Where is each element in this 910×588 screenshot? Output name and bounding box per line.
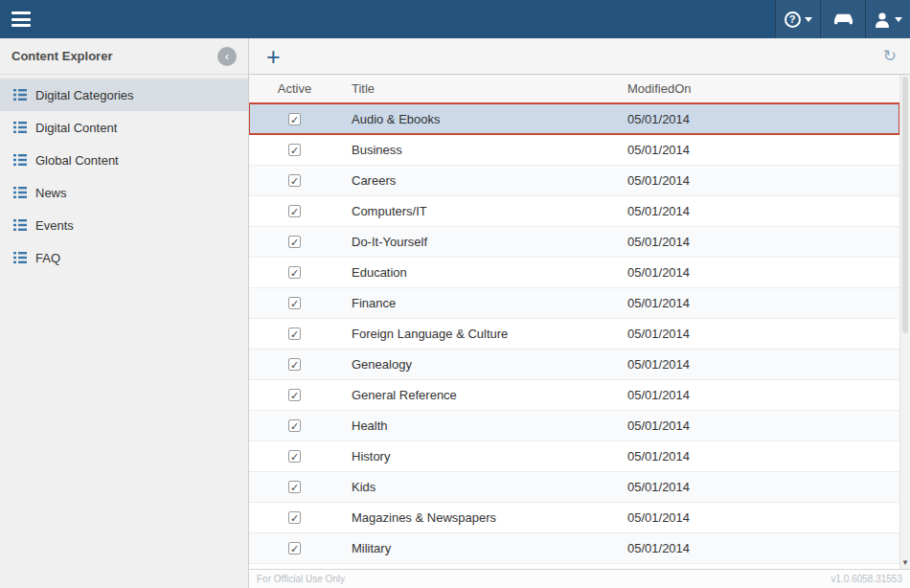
- row-modified-on: 05/01/2014: [627, 257, 899, 287]
- list-icon: [13, 252, 27, 263]
- grid-toolbar: + ↻: [249, 38, 910, 75]
- list-icon: [13, 219, 27, 231]
- help-menu-button[interactable]: ?: [775, 0, 820, 38]
- status-footer: For Official Use Only v1.0.6058.31553: [249, 569, 910, 588]
- topbar-actions: ?: [775, 0, 910, 38]
- sidebar-header: Content Explorer ‹: [0, 38, 248, 75]
- list-icon: [13, 122, 27, 133]
- topbar: ?: [0, 0, 910, 38]
- row-title: Computers/IT: [340, 195, 627, 226]
- row-title: Education: [340, 257, 627, 287]
- help-icon: ?: [785, 11, 801, 28]
- grid-container: Active Title ModifiedOn ✓Audio & Ebooks0…: [249, 75, 910, 569]
- list-icon: [13, 187, 27, 198]
- row-title: Finance: [340, 287, 627, 318]
- active-checkbox[interactable]: ✓: [288, 542, 301, 554]
- categories-table: Active Title ModifiedOn ✓Audio & Ebooks0…: [249, 75, 899, 564]
- vertical-scrollbar[interactable]: ▾: [899, 75, 910, 569]
- active-checkbox[interactable]: ✓: [288, 297, 301, 309]
- active-checkbox[interactable]: ✓: [288, 511, 301, 524]
- sidebar-item-label: Events: [35, 218, 74, 233]
- active-checkbox[interactable]: ✓: [288, 481, 301, 493]
- add-button[interactable]: +: [259, 47, 288, 66]
- user-menu-button[interactable]: [865, 0, 910, 38]
- app-window: ? Content Explorer ‹: [0, 0, 910, 588]
- table-row[interactable]: ✓Finance05/01/2014: [249, 287, 899, 318]
- table-row[interactable]: ✓Computers/IT05/01/2014: [249, 195, 899, 226]
- row-title: Kids: [340, 471, 627, 502]
- table-row[interactable]: ✓Kids05/01/2014: [249, 471, 899, 502]
- table-body: ✓Audio & Ebooks05/01/2014✓Business05/01/…: [249, 103, 899, 563]
- row-title: History: [340, 441, 627, 471]
- sidebar-item-label: Digital Content: [35, 121, 117, 135]
- sidebar-item-news[interactable]: News: [0, 176, 248, 209]
- table-row[interactable]: ✓Careers05/01/2014: [249, 165, 899, 195]
- row-modified-on: 05/01/2014: [627, 410, 899, 441]
- sidebar-item-label: Global Content: [35, 153, 119, 168]
- row-modified-on: 05/01/2014: [627, 195, 899, 226]
- sidebar-item-faq[interactable]: FAQ: [0, 241, 248, 274]
- row-title: Do-It-Yourself: [340, 226, 627, 257]
- content-area: Content Explorer ‹ Digital CategoriesDig…: [0, 38, 910, 588]
- table-row[interactable]: ✓General Reference05/01/2014: [249, 379, 899, 410]
- active-checkbox[interactable]: ✓: [288, 389, 301, 401]
- column-header-active[interactable]: Active: [249, 75, 340, 103]
- footer-version-text: v1.0.6058.31553: [830, 574, 902, 584]
- sidebar-item-events[interactable]: Events: [0, 209, 248, 241]
- scroll-down-arrow-icon[interactable]: ▾: [900, 556, 910, 569]
- table-row[interactable]: ✓Genealogy05/01/2014: [249, 349, 899, 379]
- row-modified-on: 05/01/2014: [627, 441, 899, 471]
- active-checkbox[interactable]: ✓: [288, 266, 301, 279]
- table-row[interactable]: ✓Health05/01/2014: [249, 410, 899, 441]
- table-row[interactable]: ✓Do-It-Yourself05/01/2014: [249, 226, 899, 257]
- sidebar-item-label: FAQ: [35, 251, 60, 265]
- sidebar-title: Content Explorer: [11, 49, 112, 63]
- sidebar: Content Explorer ‹ Digital CategoriesDig…: [0, 38, 249, 588]
- row-modified-on: 05/01/2014: [627, 502, 899, 532]
- active-checkbox[interactable]: ✓: [288, 174, 301, 187]
- active-checkbox[interactable]: ✓: [288, 358, 301, 371]
- row-title: General Reference: [340, 379, 627, 410]
- row-title: Genealogy: [340, 349, 627, 379]
- table-row[interactable]: ✓Military05/01/2014: [249, 532, 899, 563]
- row-modified-on: 05/01/2014: [627, 471, 899, 502]
- row-modified-on: 05/01/2014: [627, 103, 899, 134]
- sidebar-nav-list: Digital CategoriesDigital ContentGlobal …: [0, 79, 248, 274]
- active-checkbox[interactable]: ✓: [288, 236, 301, 248]
- menu-button[interactable]: [11, 11, 34, 28]
- vehicle-button[interactable]: [820, 0, 865, 38]
- sidebar-item-digital-content[interactable]: Digital Content: [0, 111, 248, 144]
- row-modified-on: 05/01/2014: [627, 287, 899, 318]
- sidebar-item-global-content[interactable]: Global Content: [0, 144, 248, 176]
- table-row[interactable]: ✓Magazines & Newspapers05/01/2014: [249, 502, 899, 532]
- collapse-sidebar-button[interactable]: ‹: [217, 47, 237, 66]
- active-checkbox[interactable]: ✓: [288, 205, 301, 217]
- row-modified-on: 05/01/2014: [627, 379, 899, 410]
- column-header-modifiedon[interactable]: ModifiedOn: [627, 75, 899, 103]
- table-row[interactable]: ✓Education05/01/2014: [249, 257, 899, 287]
- row-title: Foreign Language & Culture: [340, 318, 627, 349]
- active-checkbox[interactable]: ✓: [288, 450, 301, 463]
- active-checkbox[interactable]: ✓: [288, 144, 301, 156]
- table-row[interactable]: ✓Audio & Ebooks05/01/2014: [249, 103, 899, 134]
- scrollbar-thumb[interactable]: [902, 77, 908, 333]
- row-title: Audio & Ebooks: [340, 103, 627, 134]
- sidebar-item-label: Digital Categories: [35, 88, 134, 102]
- row-title: Health: [340, 410, 627, 441]
- list-icon: [13, 154, 27, 166]
- table-row[interactable]: ✓History05/01/2014: [249, 441, 899, 471]
- active-checkbox[interactable]: ✓: [288, 419, 301, 432]
- row-title: Military: [340, 532, 627, 563]
- car-icon: [831, 12, 855, 26]
- column-header-title[interactable]: Title: [340, 75, 627, 103]
- list-icon: [13, 89, 27, 101]
- refresh-button[interactable]: ↻: [879, 46, 900, 66]
- active-checkbox[interactable]: ✓: [288, 328, 301, 340]
- table-row[interactable]: ✓Foreign Language & Culture05/01/2014: [249, 318, 899, 349]
- row-modified-on: 05/01/2014: [627, 165, 899, 195]
- active-checkbox[interactable]: ✓: [288, 113, 301, 125]
- row-modified-on: 05/01/2014: [627, 318, 899, 349]
- table-row[interactable]: ✓Business05/01/2014: [249, 134, 899, 165]
- sidebar-item-digital-categories[interactable]: Digital Categories: [0, 79, 248, 111]
- footer-classification-text: For Official Use Only: [257, 574, 345, 584]
